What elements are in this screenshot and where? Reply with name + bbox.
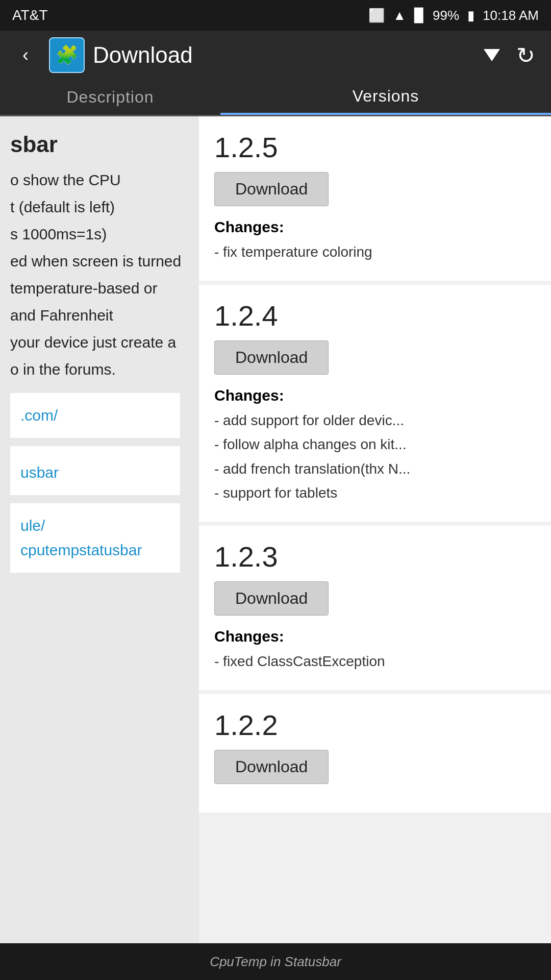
link-box-1: .com/ xyxy=(10,393,180,438)
download-button-124[interactable]: Download xyxy=(214,340,329,375)
link-1[interactable]: .com/ xyxy=(20,407,58,424)
description-heading-section: sbar o show the CPU t (default is left) … xyxy=(10,127,199,381)
link-box-2: usbar xyxy=(10,446,180,495)
signal-icon: ▉ xyxy=(414,8,424,23)
version-card-123: 1.2.3 Download Changes: - fixed ClassCas… xyxy=(199,526,551,690)
time-text: 10:18 AM xyxy=(483,8,539,23)
change-124-1: - follow alpha changes on kit... xyxy=(214,432,536,457)
app-icon: 🧩 xyxy=(49,37,85,73)
version-number-123: 1.2.3 xyxy=(214,540,536,573)
desc-line-5: temperature-based or xyxy=(10,277,199,300)
change-123-0: - fixed ClassCastException xyxy=(214,653,385,669)
change-125-0: - fix temperature coloring xyxy=(214,244,372,260)
carrier-label: AT&T xyxy=(12,7,47,23)
changes-text-123: - fixed ClassCastException xyxy=(214,649,536,674)
dropdown-arrow-icon[interactable] xyxy=(484,49,500,61)
changes-label-123: Changes: xyxy=(214,628,536,645)
changes-label-124: Changes: xyxy=(214,387,536,404)
battery-text: 99% xyxy=(433,8,459,23)
back-button[interactable]: ‹ xyxy=(10,40,41,70)
desc-line-6: and Fahrenheit xyxy=(10,304,199,327)
link-box-3: ule/ cputempstatusbar xyxy=(10,503,180,573)
desc-line-8: o in the forums. xyxy=(10,358,199,381)
desc-line-2: t (default is left) xyxy=(10,195,199,218)
desc-line-4: ed when screen is turned xyxy=(10,250,199,273)
desc-line-7: your device just create a xyxy=(10,331,199,354)
description-panel: sbar o show the CPU t (default is left) … xyxy=(0,116,199,974)
desc-line-1: o show the CPU xyxy=(10,168,199,191)
download-button-122[interactable]: Download xyxy=(214,750,329,784)
change-124-0: - add support for older devic... xyxy=(214,408,536,433)
nfc-icon: ⬜ xyxy=(368,8,385,23)
content-area: sbar o show the CPU t (default is left) … xyxy=(0,116,551,974)
tab-bar: Description Versions xyxy=(0,80,551,116)
version-number-122: 1.2.2 xyxy=(214,708,536,742)
link-2[interactable]: ule/ xyxy=(20,517,45,534)
bottom-bar-text: CpuTemp in Statusbar xyxy=(210,954,341,970)
versions-panel: 1.2.5 Download Changes: - fix temperatur… xyxy=(199,116,551,974)
status-bar: AT&T ⬜ ▲ ▉ 99% ▮ 10:18 AM xyxy=(0,0,551,31)
description-heading: sbar xyxy=(10,127,199,162)
tab-description[interactable]: Description xyxy=(0,80,220,115)
battery-icon: ▮ xyxy=(467,8,474,23)
version-card-122: 1.2.2 Download xyxy=(199,694,551,813)
status-icons: ⬜ ▲ ▉ 99% ▮ 10:18 AM xyxy=(368,8,539,23)
change-124-2: - add french translation(thx N... xyxy=(214,457,536,481)
changes-text-125: - fix temperature coloring xyxy=(214,240,536,264)
changes-label-125: Changes: xyxy=(214,218,536,236)
download-button-125[interactable]: Download xyxy=(214,172,329,206)
toolbar: ‹ 🧩 Download ↻ xyxy=(0,31,551,80)
changes-text-124: - add support for older devic... - follo… xyxy=(214,408,536,505)
bottom-bar: CpuTemp in Statusbar xyxy=(0,943,551,980)
version-card-125: 1.2.5 Download Changes: - fix temperatur… xyxy=(199,116,551,281)
download-button-123[interactable]: Download xyxy=(214,581,329,616)
version-number-125: 1.2.5 xyxy=(214,131,536,164)
change-124-3: - support for tablets xyxy=(214,481,536,505)
refresh-button[interactable]: ↻ xyxy=(510,40,541,70)
carrier-text: AT&T xyxy=(12,7,47,23)
version-number-124: 1.2.4 xyxy=(214,299,536,332)
link-3[interactable]: cputempstatusbar xyxy=(20,542,142,558)
version-card-124: 1.2.4 Download Changes: - add support fo… xyxy=(199,285,551,522)
toolbar-title: Download xyxy=(93,42,484,68)
link-label-1: usbar xyxy=(20,460,170,485)
wifi-icon: ▲ xyxy=(393,8,406,23)
tab-versions[interactable]: Versions xyxy=(220,80,551,115)
desc-line-3: s 1000ms=1s) xyxy=(10,223,199,246)
